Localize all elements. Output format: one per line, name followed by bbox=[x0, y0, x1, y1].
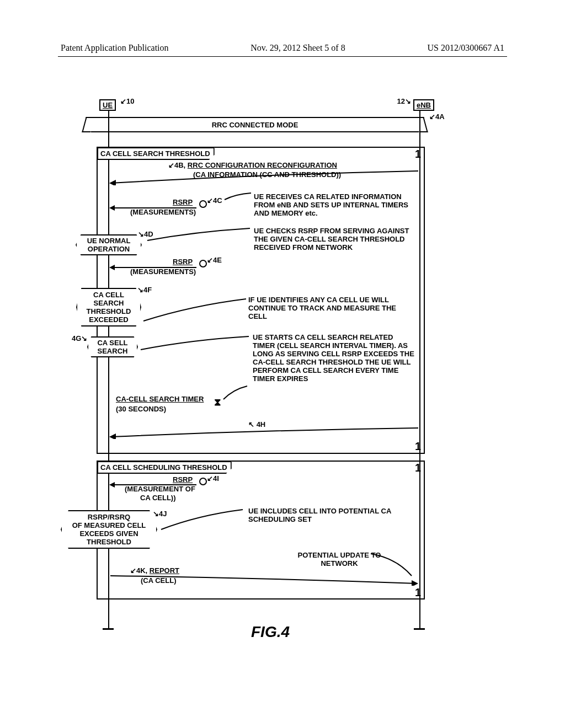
frame1-ref-top: 1 bbox=[415, 148, 421, 160]
header-left: Patent Application Publication bbox=[61, 43, 169, 53]
ref-4a: ↙4A bbox=[429, 113, 445, 121]
annotation-a4: UE STARTS CA CELL SEARCH RELATED TIMER (… bbox=[253, 334, 415, 383]
ref-4g: 4G↘ bbox=[72, 334, 87, 342]
ref-4e: ↙4E bbox=[207, 256, 222, 264]
msg-4c-sub: (MEASUREMENTS) bbox=[130, 208, 196, 217]
header-rule bbox=[58, 56, 507, 57]
frame2-ref-bot: 1 bbox=[415, 586, 421, 599]
mode-bar-label: RRC CONNECTED MODE bbox=[212, 121, 299, 129]
frame2-title: CA CELL SCHEDULING THRESHOLD bbox=[97, 461, 232, 474]
circle-4e bbox=[199, 260, 207, 267]
hex-4f: CA CELLSEARCHTHRESHOLDEXCEEDED bbox=[76, 288, 141, 326]
leader-4f bbox=[142, 298, 247, 323]
msg-4i-sub: (MEASUREMENT OF bbox=[125, 485, 195, 494]
arrow-4k bbox=[109, 575, 419, 586]
timer-sub: (30 SECONDS) bbox=[116, 405, 166, 414]
hex-4d: UE NORMALOPERATION bbox=[76, 234, 142, 255]
ref-enb: 12↘ bbox=[397, 97, 411, 105]
leader-timer bbox=[222, 385, 250, 402]
dash-ue bbox=[103, 627, 114, 630]
actor-ue-box: UE bbox=[99, 99, 116, 111]
dash-enb bbox=[414, 627, 425, 630]
annotation-a2: UE CHECKS RSRP FROM SERVING AGAINST THE … bbox=[254, 227, 414, 252]
page-header: Patent Application Publication Nov. 29, … bbox=[61, 43, 504, 53]
header-right: US 2012/0300667 A1 bbox=[427, 43, 504, 53]
svg-marker-0 bbox=[109, 180, 116, 185]
hex-4j: RSRP/RSRQOF MEASURED CELLEXCEEDS GIVENTH… bbox=[61, 510, 157, 549]
ref-ue: ↙10 bbox=[120, 97, 134, 105]
msg-4e-title: RSRP bbox=[173, 258, 193, 266]
hex-4g: CA SELLSEARCH bbox=[87, 336, 138, 357]
leader-4g bbox=[140, 335, 250, 352]
arrowline-4c bbox=[114, 207, 196, 208]
annotation-a5: UE INCLUDES CELL INTO POTENTIAL CA SCHED… bbox=[248, 507, 408, 524]
leader-4c bbox=[223, 192, 252, 201]
arrowline-4i bbox=[114, 484, 196, 485]
mode-bar: RRC CONNECTED MODE bbox=[91, 117, 419, 132]
msg-4k-ref: ↙4K, REPORT bbox=[130, 567, 179, 575]
frame1-ref-bot: 1 bbox=[415, 440, 421, 453]
actor-ue-label: UE bbox=[103, 101, 113, 109]
circle-4i bbox=[199, 478, 207, 485]
msg-4c-title: RSRP bbox=[173, 199, 193, 207]
sequence-diagram: UE ↙10 eNB 12↘ RRC CONNECTED MODE ↙4A CA… bbox=[83, 99, 436, 634]
circle-4c bbox=[199, 200, 207, 208]
actor-enb-label: eNB bbox=[417, 101, 431, 109]
ref-4c: ↙4C bbox=[207, 196, 222, 205]
annotation-a3: IF UE IDENTIFIES ANY CA CELL UE WILL CON… bbox=[248, 296, 403, 321]
svg-marker-2 bbox=[412, 580, 418, 586]
svg-marker-1 bbox=[109, 433, 116, 439]
arrowline-4e bbox=[114, 267, 196, 268]
patent-page: Patent Application Publication Nov. 29, … bbox=[0, 0, 565, 728]
msg-4i-sub2: CA CELL)) bbox=[140, 494, 176, 502]
msg-4b-ref: ↙4B, RRC CONFIGURATION RECONFIGURATION bbox=[168, 162, 337, 170]
hourglass-icon: ⧗ bbox=[214, 397, 221, 407]
frame2-ref-top: 1 bbox=[415, 462, 421, 474]
msg-4e-sub: (MEASUREMENTS) bbox=[130, 268, 196, 276]
arrow-4h bbox=[109, 427, 419, 439]
leader-4d bbox=[146, 227, 251, 243]
msg-4i-title: RSRP bbox=[173, 476, 193, 484]
leader-4j bbox=[160, 508, 246, 532]
arrow-4b bbox=[109, 170, 419, 185]
ref-4f: ↘4F bbox=[137, 286, 152, 294]
frame1-title: CA CELL SEARCH THRESHOLD bbox=[97, 147, 215, 160]
timer-title: CA-CELL SEARCH TIMER bbox=[116, 395, 204, 404]
header-center: Nov. 29, 2012 Sheet 5 of 8 bbox=[250, 43, 345, 53]
figure-label: FIG.4 bbox=[251, 623, 290, 641]
actor-enb-box: eNB bbox=[413, 99, 434, 111]
ref-4i: ↙4I bbox=[207, 474, 219, 483]
annotation-a1: UE RECEIVES CA RELATED INFORMATION FROM … bbox=[254, 193, 408, 218]
